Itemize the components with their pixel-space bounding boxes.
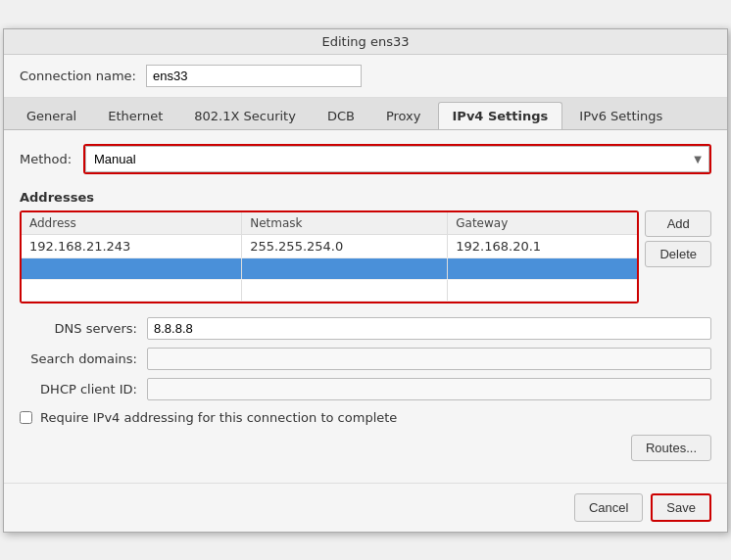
search-domains-input[interactable] bbox=[147, 348, 711, 370]
main-content: Method: Manual Automatic (DHCP) Link-Loc… bbox=[4, 130, 727, 483]
dns-servers-input[interactable] bbox=[147, 317, 711, 340]
dhcp-client-id-row: DHCP client ID: bbox=[20, 378, 711, 400]
addresses-header-row: Address Netmask Gateway bbox=[22, 212, 637, 235]
cancel-button[interactable]: Cancel bbox=[574, 493, 643, 522]
cell-empty-address bbox=[22, 257, 242, 279]
window-title: Editing ens33 bbox=[322, 34, 410, 49]
method-select[interactable]: Manual Automatic (DHCP) Link-Local Only … bbox=[85, 146, 709, 172]
cell-address: 192.168.21.243 bbox=[22, 234, 242, 257]
cell-empty-gateway bbox=[448, 257, 638, 279]
dhcp-client-id-label: DHCP client ID: bbox=[20, 382, 137, 397]
tab-ethernet[interactable]: Ethernet bbox=[93, 102, 177, 129]
method-row: Method: Manual Automatic (DHCP) Link-Loc… bbox=[20, 144, 711, 174]
tab-proxy[interactable]: Proxy bbox=[371, 102, 436, 129]
routes-button[interactable]: Routes... bbox=[631, 435, 711, 461]
connection-name-row: Connection name: bbox=[4, 55, 727, 98]
require-ipv4-label: Require IPv4 addressing for this connect… bbox=[40, 410, 397, 425]
table-row[interactable]: 192.168.21.243 255.255.254.0 192.168.20.… bbox=[22, 234, 637, 257]
tab-ipv6-settings[interactable]: IPv6 Settings bbox=[564, 102, 677, 129]
dns-servers-row: DNS servers: bbox=[20, 317, 711, 340]
addresses-buttons: Add Delete bbox=[645, 210, 711, 267]
connection-name-input[interactable] bbox=[146, 65, 362, 87]
add-button[interactable]: Add bbox=[645, 210, 711, 237]
cell-empty-3 bbox=[448, 279, 638, 301]
search-domains-row: Search domains: bbox=[20, 348, 711, 370]
cell-empty-1 bbox=[22, 279, 242, 301]
save-button[interactable]: Save bbox=[651, 493, 711, 522]
delete-button[interactable]: Delete bbox=[645, 241, 711, 267]
require-ipv4-row: Require IPv4 addressing for this connect… bbox=[20, 410, 711, 425]
cell-empty-2 bbox=[242, 279, 448, 301]
tab-8021x-security[interactable]: 802.1X Security bbox=[179, 102, 311, 129]
addresses-title: Addresses bbox=[20, 190, 711, 205]
titlebar: Editing ens33 bbox=[4, 29, 727, 55]
dns-servers-label: DNS servers: bbox=[20, 321, 137, 336]
tab-dcb[interactable]: DCB bbox=[313, 102, 369, 129]
search-domains-label: Search domains: bbox=[20, 351, 137, 366]
tab-general[interactable]: General bbox=[12, 102, 91, 129]
dhcp-client-id-input[interactable] bbox=[147, 378, 711, 400]
cell-netmask: 255.255.254.0 bbox=[242, 234, 448, 257]
addresses-table: Address Netmask Gateway 192.168.21.243 2… bbox=[22, 212, 637, 302]
routes-row: Routes... bbox=[20, 435, 711, 461]
col-gateway: Gateway bbox=[448, 212, 638, 235]
method-label: Method: bbox=[20, 152, 73, 166]
cell-empty-netmask bbox=[242, 257, 448, 279]
footer-buttons: Cancel Save bbox=[4, 483, 727, 532]
cell-gateway: 192.168.20.1 bbox=[448, 234, 638, 257]
method-select-wrapper: Manual Automatic (DHCP) Link-Local Only … bbox=[83, 144, 711, 174]
col-address: Address bbox=[22, 212, 242, 235]
method-select-container: Manual Automatic (DHCP) Link-Local Only … bbox=[85, 146, 709, 172]
tab-bar: General Ethernet 802.1X Security DCB Pro… bbox=[4, 98, 727, 130]
table-row-selected[interactable] bbox=[22, 257, 637, 279]
col-netmask: Netmask bbox=[242, 212, 448, 235]
require-ipv4-checkbox[interactable] bbox=[20, 411, 32, 424]
connection-name-label: Connection name: bbox=[20, 69, 136, 83]
addresses-section: Addresses Address Netmask Gateway bbox=[20, 190, 711, 303]
table-row-empty bbox=[22, 279, 637, 301]
tab-ipv4-settings[interactable]: IPv4 Settings bbox=[438, 102, 563, 129]
